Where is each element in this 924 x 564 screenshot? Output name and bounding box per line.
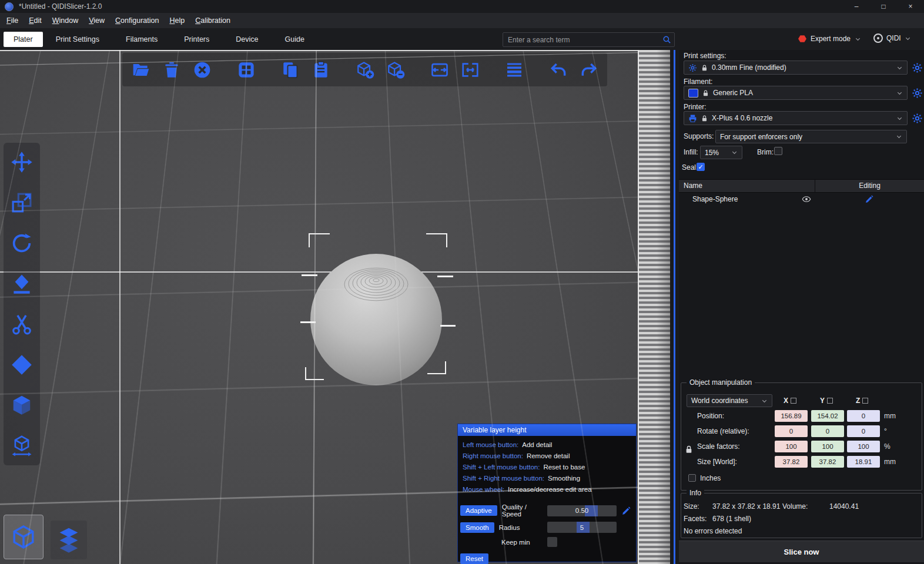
remove-instance-icon[interactable] xyxy=(385,59,406,80)
place-on-face-tool-icon[interactable] xyxy=(9,271,34,296)
tab-plater[interactable]: Plater xyxy=(4,32,43,47)
menu-view[interactable]: View xyxy=(83,13,110,28)
paint-supports-tool-icon[interactable] xyxy=(9,393,34,418)
menu-configuration[interactable]: Configuration xyxy=(110,13,164,28)
axis-box-icon xyxy=(827,398,833,404)
menu-calibration[interactable]: Calibration xyxy=(190,13,236,28)
position-x-field[interactable]: 156.89 xyxy=(775,410,808,422)
quality-speed-slider[interactable]: 0.50 xyxy=(547,505,617,516)
coordinates-combo[interactable]: World coordinates xyxy=(687,394,772,407)
app-logo-icon xyxy=(5,2,14,11)
tab-device[interactable]: Device xyxy=(236,35,258,43)
brim-checkbox[interactable] xyxy=(774,147,782,155)
search-icon[interactable] xyxy=(662,35,671,44)
menu-edit[interactable]: Edit xyxy=(24,13,47,28)
menu-window[interactable]: Window xyxy=(47,13,83,28)
close-button[interactable]: × xyxy=(897,0,924,13)
print-settings-gear-icon[interactable] xyxy=(912,62,923,73)
eye-icon[interactable] xyxy=(802,194,811,204)
position-y-field[interactable]: 154.02 xyxy=(811,410,844,422)
printer-gear-icon[interactable] xyxy=(912,113,923,124)
mode-label: Expert mode xyxy=(811,35,851,43)
selection-edge-mark xyxy=(437,276,453,277)
size-z-field[interactable]: 18.91 xyxy=(847,456,880,468)
rotate-z-field[interactable]: 0 xyxy=(847,425,880,437)
window-controls: – □ × xyxy=(843,0,924,13)
split-to-objects-icon[interactable] xyxy=(429,59,450,80)
object-list-row[interactable]: Shape-Sphere xyxy=(679,192,924,206)
edit-value-icon[interactable] xyxy=(621,506,631,516)
delete-icon[interactable] xyxy=(161,59,182,80)
infill-value: 15% xyxy=(705,149,719,157)
add-instance-icon[interactable] xyxy=(354,59,375,80)
print-settings-combo[interactable]: 0.30mm Fine (modified) xyxy=(684,61,908,75)
move-tool-icon[interactable] xyxy=(9,150,34,174)
scale-z-field[interactable]: 100 xyxy=(847,441,880,452)
tab-print-settings[interactable]: Print Settings xyxy=(56,35,99,43)
arrange-icon[interactable] xyxy=(236,59,256,80)
undo-icon[interactable] xyxy=(548,59,568,80)
paste-icon[interactable] xyxy=(310,59,331,80)
axis-box-icon xyxy=(791,398,796,404)
adaptive-button[interactable]: Adaptive xyxy=(460,505,497,516)
redo-icon[interactable] xyxy=(578,59,599,80)
layer-height-ruler[interactable] xyxy=(638,50,671,564)
rotate-x-field[interactable]: 0 xyxy=(775,425,808,437)
infill-combo[interactable]: 15% xyxy=(700,146,742,159)
seam-paint-tool-icon[interactable] xyxy=(9,352,34,377)
size-label: Size [World]: xyxy=(697,458,737,466)
search-box[interactable] xyxy=(503,32,675,47)
menu-file[interactable]: File xyxy=(1,13,24,28)
minimize-button[interactable]: – xyxy=(843,0,870,13)
position-z-field[interactable]: 0 xyxy=(847,410,880,422)
layers-view-button[interactable] xyxy=(51,521,87,559)
slice-now-button[interactable]: Slice now xyxy=(679,540,924,562)
inches-checkbox[interactable] xyxy=(688,474,696,482)
smooth-button[interactable]: Smooth xyxy=(460,522,494,533)
tab-guide[interactable]: Guide xyxy=(284,35,304,43)
tab-filaments[interactable]: Filaments xyxy=(126,35,158,43)
variable-layer-height-icon[interactable] xyxy=(504,59,524,80)
info-volume-label: Volume: xyxy=(782,502,808,511)
size-y-field[interactable]: 37.82 xyxy=(811,456,844,468)
rotate-y-field[interactable]: 0 xyxy=(811,425,844,437)
open-project-icon[interactable] xyxy=(130,59,151,80)
object-editing-icon[interactable] xyxy=(865,194,874,204)
scale-y-field[interactable]: 100 xyxy=(811,441,844,452)
filament-gear-icon[interactable] xyxy=(912,88,923,99)
cut-tool-icon[interactable] xyxy=(9,312,34,337)
filament-combo[interactable]: Generic PLA xyxy=(684,86,908,100)
measure-tool-icon[interactable] xyxy=(9,434,34,458)
keep-min-toggle[interactable] xyxy=(547,537,557,547)
menu-help[interactable]: Help xyxy=(164,13,190,28)
reset-button[interactable]: Reset xyxy=(460,553,488,564)
delete-all-icon[interactable] xyxy=(192,59,212,80)
copy-icon[interactable] xyxy=(280,59,300,80)
supports-combo[interactable]: For support enforcers only xyxy=(715,130,907,143)
size-x-field[interactable]: 37.82 xyxy=(775,456,808,468)
chevron-down-icon xyxy=(896,133,902,140)
scale-x-field[interactable]: 100 xyxy=(775,441,808,452)
print-settings-value: 0.30mm Fine (modified) xyxy=(712,63,786,72)
seal-checkbox[interactable]: ✓ xyxy=(697,163,705,171)
right-sidebar: Print settings: 0.30mm Fine (modified) F… xyxy=(679,50,924,564)
uniform-scale-lock-icon[interactable] xyxy=(684,445,694,454)
search-input[interactable] xyxy=(503,36,662,44)
mode-selector[interactable]: Expert mode xyxy=(798,35,861,43)
tab-printers[interactable]: Printers xyxy=(184,35,209,43)
printer-combo[interactable]: X-Plus 4 0.6 nozzle xyxy=(684,111,908,125)
panel-splitter[interactable] xyxy=(670,50,679,564)
3d-editor-view-button[interactable] xyxy=(4,515,43,559)
scale-tool-icon[interactable] xyxy=(9,190,34,215)
maximize-button[interactable]: □ xyxy=(870,0,897,13)
split-to-parts-icon[interactable] xyxy=(460,59,480,80)
chevron-down-icon xyxy=(761,398,768,404)
radius-slider[interactable]: 5 xyxy=(547,522,617,533)
axis-y-header: Y xyxy=(820,397,833,405)
rotate-tool-icon[interactable] xyxy=(9,231,34,256)
brand-menu[interactable]: QIDI xyxy=(873,33,911,43)
info-errors-value: No errors detected xyxy=(684,527,742,535)
layers-stack-icon xyxy=(56,527,82,553)
inches-label: Inches xyxy=(700,474,721,482)
keep-min-label: Keep min xyxy=(501,539,543,546)
